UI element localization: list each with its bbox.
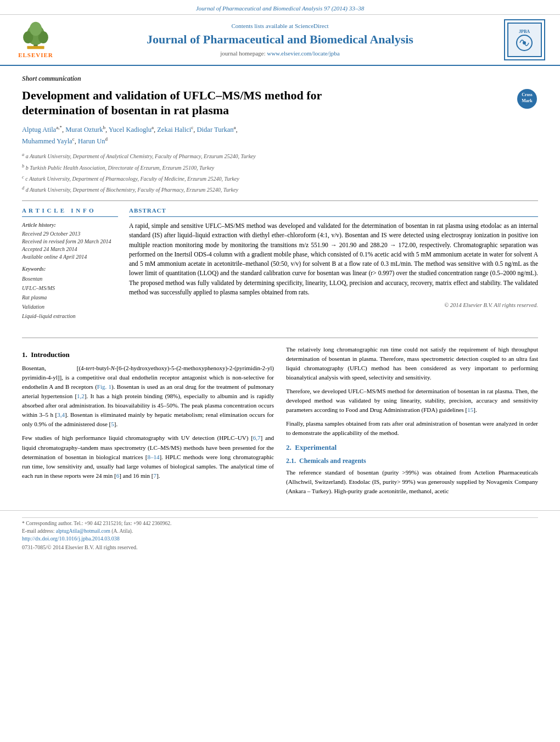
sciencedirect-text: Contents lists available at ScienceDirec… [66, 22, 494, 30]
header-right-logo: JPBA [500, 19, 549, 60]
right-para-2: Therefore, we developed UFLC–MS/MS metho… [286, 387, 538, 415]
crossmark-logo: Cross Mark [516, 88, 538, 110]
body-left-col: 1. Introduction Bosentan, [(4-tert-butyl… [22, 345, 274, 500]
ref7-link[interactable]: 7 [154, 472, 157, 479]
keyword-uflcms: UFLC–MS/MS [22, 283, 118, 293]
fig1-link[interactable]: Fig. 1 [97, 383, 111, 390]
authors: Alptug Atilaa,*, Murat Ozturkb, Yucel Ka… [22, 124, 538, 147]
keywords-label: Keywords: [22, 265, 118, 273]
article-type: Short communication [22, 74, 538, 83]
svg-point-9 [523, 41, 526, 44]
body-two-col: 1. Introduction Bosentan, [(4-tert-butyl… [22, 345, 538, 500]
jpba-logo-icon: JPBA [507, 22, 542, 58]
section21-text: The reference standard of bosentan (puri… [286, 468, 538, 496]
intro-para-1: Bosentan, [(4-tert-butyl-N-[6-(2-hydroxy… [22, 364, 274, 429]
keyword-bosentan: Bosentan [22, 274, 118, 283]
svg-rect-5 [27, 46, 44, 49]
email-link[interactable]: alptugAtila@hotmail.com [56, 528, 110, 534]
affiliation-c: c c Ataturk University, Department of Ph… [22, 174, 538, 183]
abstract-header: ABSTRACT [129, 207, 538, 217]
page-wrapper: Journal of Pharmaceutical and Biomedical… [0, 0, 560, 555]
journal-top-bar: Journal of Pharmaceutical and Biomedical… [0, 0, 560, 15]
received-date: Received 29 October 2013 [22, 230, 118, 238]
header-center: Contents lists available at ScienceDirec… [60, 22, 500, 58]
article-info-header: A R T I C L E I N F O [22, 207, 118, 217]
email-label: E-mail address: [22, 528, 54, 534]
journal-reference: Journal of Pharmaceutical and Biomedical… [196, 5, 365, 12]
article-title-section: Development and validation of UFLC–MS/MS… [22, 88, 538, 118]
header-section: ELSEVIER Contents lists available at Sci… [0, 15, 560, 66]
affiliation-a: a a Ataturk University, Department of An… [22, 151, 538, 161]
footnote-star: * Corresponding author. Tel.: +90 442 23… [22, 517, 538, 535]
doi-link[interactable]: http://dx.doi.org/10.1016/j.jpba.2014.03… [22, 535, 120, 542]
affiliation-b: b b Turkish Public Health Association, D… [22, 163, 538, 172]
journal-title-header: Journal of Pharmaceutical and Biomedical… [66, 32, 494, 47]
svg-text:JPBA: JPBA [519, 29, 530, 34]
affiliation-d: d d Ataturk University, Department of Bi… [22, 185, 538, 194]
available-date: Available online 4 April 2014 [22, 253, 118, 261]
right-para-1: The relatively long chromatographic run … [286, 345, 538, 382]
divider-1 [22, 200, 538, 201]
journal-logo-box: JPBA [504, 19, 545, 60]
elsevier-logo: ELSEVIER [11, 20, 60, 59]
affiliations: a a Ataturk University, Department of An… [22, 151, 538, 194]
intro-para-2: Few studies of high performance liquid c… [22, 433, 274, 480]
article-info-column: A R T I C L E I N F O Article history: R… [22, 207, 118, 321]
body-content: 1. Introduction Bosentan, [(4-tert-butyl… [0, 337, 560, 506]
corresponding-note: * Corresponding author. Tel.: +90 442 23… [22, 521, 171, 526]
article-main-title: Development and validation of UFLC–MS/MS… [22, 88, 511, 118]
ref34-link[interactable]: 3,4 [57, 411, 65, 418]
crossmark-icon: Cross Mark [516, 88, 538, 110]
revised-date: Received in revised form 20 March 2014 [22, 238, 118, 246]
section1-title: 1. Introduction [22, 349, 274, 360]
article-info-abstract: A R T I C L E I N F O Article history: R… [22, 207, 538, 321]
keyword-extraction: Liquid–liquid extraction [22, 311, 118, 321]
right-para-3: Finally, plasma samples obtained from ra… [286, 419, 538, 438]
ref67-link[interactable]: 6,7 [253, 434, 261, 441]
history-label: Article history: [22, 221, 118, 229]
abstract-column: ABSTRACT A rapid, simple and sensitive U… [129, 207, 538, 321]
journal-homepage: journal homepage: www.elsevier.com/locat… [66, 49, 494, 58]
copyright-line: © 2014 Elsevier B.V. All rights reserved… [129, 302, 538, 310]
section2-title: 2. Experimental [286, 442, 538, 453]
abstract-text: A rapid, simple and sensitive UFLC–MS/MS… [129, 221, 538, 297]
body-divider [22, 337, 538, 338]
section21-title: 2.1. Chemicals and reagents [286, 456, 538, 466]
elsevier-tree-icon [16, 20, 55, 50]
ref15-link[interactable]: 15 [467, 406, 473, 413]
svg-rect-6 [508, 23, 541, 57]
issn-line: 0731-7085/© 2014 Elsevier B.V. All right… [22, 544, 538, 551]
journal-homepage-link[interactable]: www.elsevier.com/locate/jpba [267, 50, 339, 57]
article-content: Short communication Development and vali… [0, 66, 560, 333]
doi-line: http://dx.doi.org/10.1016/j.jpba.2014.03… [22, 535, 538, 543]
keyword-validation: Validation [22, 302, 118, 311]
keyword-ratplasma: Rat plasma [22, 293, 118, 302]
ref6-link[interactable]: 6 [116, 472, 120, 479]
ref1-link[interactable]: 1,2 [77, 393, 85, 399]
elsevier-text-label: ELSEVIER [18, 51, 53, 59]
email-suffix: (A. Atila). [111, 528, 133, 534]
keywords-list: Bosentan UFLC–MS/MS Rat plasma Validatio… [22, 274, 118, 321]
body-right-col: The relatively long chromatographic run … [286, 345, 538, 500]
svg-text:Mark: Mark [522, 98, 533, 103]
ref5-link[interactable]: 5 [111, 421, 114, 427]
footer-section: * Corresponding author. Tel.: +90 442 23… [0, 510, 560, 555]
svg-text:Cross: Cross [522, 92, 532, 97]
svg-point-4 [30, 22, 42, 36]
ref8-14-link[interactable]: 8–14 [147, 454, 159, 460]
accepted-date: Accepted 24 March 2014 [22, 246, 118, 253]
